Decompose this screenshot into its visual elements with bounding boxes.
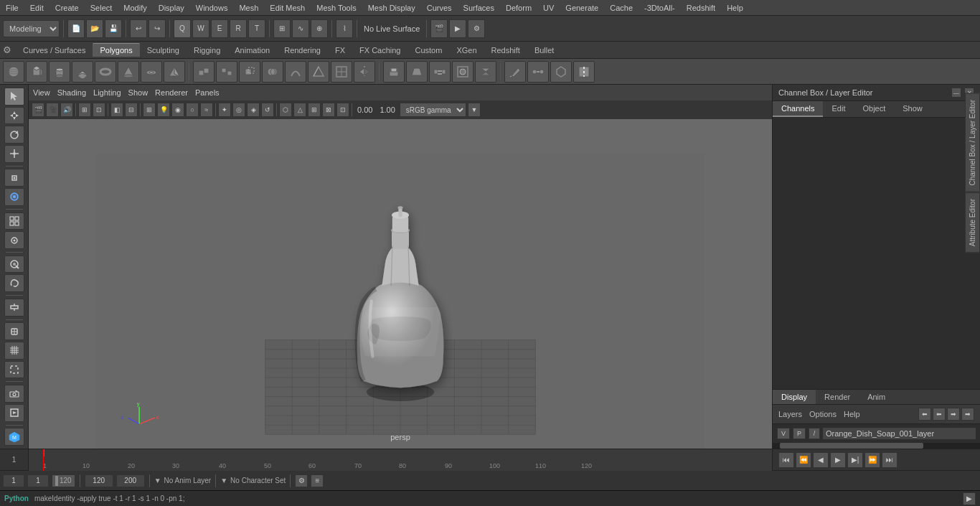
shelf-icon-circularize[interactable] — [550, 61, 572, 83]
vp-motion-blur-btn[interactable]: ≈ — [200, 103, 213, 117]
universal-tool-btn[interactable]: T — [248, 19, 265, 38]
vp-disp-btn[interactable]: ⊡ — [336, 103, 349, 117]
vp-iso-btn[interactable]: ◧ — [110, 103, 123, 117]
rotate-tool-btn[interactable]: E — [211, 19, 228, 38]
channel-box-side-tab[interactable]: Channel Box / Layer Editor — [965, 93, 980, 192]
frame-current-input[interactable] — [27, 474, 49, 487]
vp-menu-panels[interactable]: Panels — [195, 88, 220, 97]
layer-new-btn[interactable]: ⬅ — [918, 408, 931, 421]
play-jump-end[interactable]: ⏭ — [882, 452, 897, 468]
vp-light-btn[interactable]: 💡 — [157, 103, 170, 117]
move-tool-btn[interactable]: W — [192, 19, 209, 38]
menu-file[interactable]: File — [0, 2, 24, 14]
menu-3dtall[interactable]: -3DtoAll- — [639, 2, 681, 14]
universal-manip-left[interactable] — [4, 169, 24, 187]
vp-ao-btn[interactable]: ○ — [186, 103, 199, 117]
vp-menu-lighting[interactable]: Lighting — [93, 88, 121, 97]
soft-select-left[interactable] — [4, 188, 24, 206]
vp-menu-view[interactable]: View — [33, 88, 50, 97]
layer-scrollbar[interactable] — [773, 443, 980, 449]
snap-vertex-left[interactable] — [4, 231, 24, 249]
menu-edit[interactable]: Edit — [24, 2, 50, 14]
play-next-key[interactable]: ⏩ — [864, 452, 880, 468]
shelf-gear-icon[interactable]: ⚙ — [3, 44, 11, 55]
menu-cache[interactable]: Cache — [604, 2, 639, 14]
lasso-sel-left[interactable] — [4, 274, 24, 292]
menu-uv[interactable]: UV — [537, 2, 560, 14]
menu-mesh-display[interactable]: Mesh Display — [362, 2, 421, 14]
layer-down-btn[interactable]: ➡ — [947, 408, 960, 421]
play-prev-frame[interactable]: ◀ — [813, 452, 829, 468]
shelf-tab-xgen[interactable]: XGen — [449, 44, 484, 57]
play-jump-start[interactable]: ⏮ — [778, 452, 794, 468]
anim-extra-btn[interactable]: ≡ — [311, 474, 324, 487]
menu-windows[interactable]: Windows — [190, 2, 234, 14]
vp-manip-btn[interactable]: ↺ — [261, 103, 274, 117]
shelf-icon-extract[interactable] — [239, 61, 260, 83]
menu-mesh[interactable]: Mesh — [233, 2, 264, 14]
vp-film-btn[interactable]: 🎥 — [46, 103, 59, 117]
render-btn[interactable]: ▶ — [449, 19, 466, 38]
vp-display2-btn[interactable]: ◈ — [247, 103, 260, 117]
vp-menu-renderer[interactable]: Renderer — [155, 88, 188, 97]
shelf-icon-mirror[interactable] — [354, 61, 375, 83]
shelf-tab-custom[interactable]: Custom — [408, 44, 450, 57]
vp-menu-show[interactable]: Show — [128, 88, 149, 97]
camera-left[interactable] — [4, 385, 24, 403]
shelf-icon-connect[interactable] — [527, 61, 549, 83]
menu-redshift[interactable]: Redshift — [681, 2, 721, 14]
vp-smooth-btn[interactable]: ⊡ — [93, 103, 105, 117]
shelf-icon-cylinder[interactable] — [49, 61, 70, 83]
menu-create[interactable]: Create — [50, 2, 85, 14]
shelf-tab-rigging[interactable]: Rigging — [187, 44, 227, 57]
viewport[interactable]: View Shading Lighting Show Renderer Pane… — [29, 85, 772, 449]
layer-visibility-0[interactable]: V — [777, 428, 790, 439]
vp-cam2-btn[interactable]: ⊟ — [125, 103, 138, 117]
shelf-icon-torus[interactable] — [95, 61, 116, 83]
channels-tab[interactable]: Channels — [773, 101, 823, 117]
play-next-frame[interactable]: ▶| — [847, 452, 863, 468]
menu-generate[interactable]: Generate — [560, 2, 604, 14]
layer-add-btn[interactable]: ➡ — [961, 408, 974, 421]
edit-tab[interactable]: Edit — [823, 101, 854, 117]
gamma-dropdown[interactable]: sRGB gamma Linear — [400, 103, 466, 117]
shelf-tab-animation[interactable]: Animation — [227, 44, 277, 57]
menu-select[interactable]: Select — [85, 2, 118, 14]
attribute-editor-side-tab[interactable]: Attribute Editor — [965, 192, 980, 253]
vp-poly-count-btn[interactable]: △ — [293, 103, 306, 117]
vp-grid-btn[interactable]: ⊞ — [143, 103, 156, 117]
move-tool-left[interactable] — [4, 107, 24, 125]
vp-display1-btn[interactable]: ◎ — [232, 103, 245, 117]
vp-hud-btn[interactable]: ⊞ — [308, 103, 321, 117]
shelf-icon-extrude[interactable] — [383, 61, 405, 83]
transform-constraint-left[interactable] — [4, 322, 24, 340]
shelf-icon-pyramid[interactable] — [164, 61, 185, 83]
select-tool-btn[interactable]: Q — [174, 19, 191, 38]
snap-grid-btn[interactable]: ⊞ — [273, 19, 291, 38]
shelf-icon-cone[interactable] — [118, 61, 139, 83]
menu-deform[interactable]: Deform — [500, 2, 537, 14]
redo-btn[interactable]: ↪ — [149, 19, 166, 38]
vp-shadow-btn[interactable]: ◉ — [171, 103, 184, 117]
open-file-btn[interactable]: 📂 — [86, 19, 103, 38]
vp-res-btn[interactable]: ⊠ — [322, 103, 335, 117]
paint-sel-left[interactable] — [4, 256, 24, 273]
layer-playback-0[interactable]: P — [793, 428, 806, 439]
script-run-btn[interactable]: ▶ — [963, 492, 976, 505]
object-tab[interactable]: Object — [854, 101, 894, 117]
mode-dropdown[interactable]: Modeling Rigging Animation — [3, 20, 60, 37]
shelf-icon-split[interactable] — [573, 61, 595, 83]
play-prev-key[interactable]: ⏪ — [796, 452, 811, 468]
display-layer-tab[interactable]: Display — [773, 390, 816, 404]
menu-display[interactable]: Display — [153, 2, 190, 14]
show-manip-left[interactable] — [4, 299, 24, 317]
help-submenu[interactable]: Help — [844, 410, 860, 418]
vp-sel-hl-btn[interactable]: ⬡ — [279, 103, 292, 117]
shelf-tab-curves[interactable]: Curves / Surfaces — [16, 44, 93, 57]
snap-curve-btn[interactable]: ∿ — [292, 19, 309, 38]
panel-minimize-btn[interactable]: — — [951, 88, 961, 98]
menu-surfaces[interactable]: Surfaces — [458, 2, 500, 14]
layer-up-btn[interactable]: ⬅ — [933, 408, 946, 421]
shelf-icon-pen[interactable] — [504, 61, 526, 83]
vp-gamma-arrow[interactable]: ▼ — [468, 103, 481, 117]
